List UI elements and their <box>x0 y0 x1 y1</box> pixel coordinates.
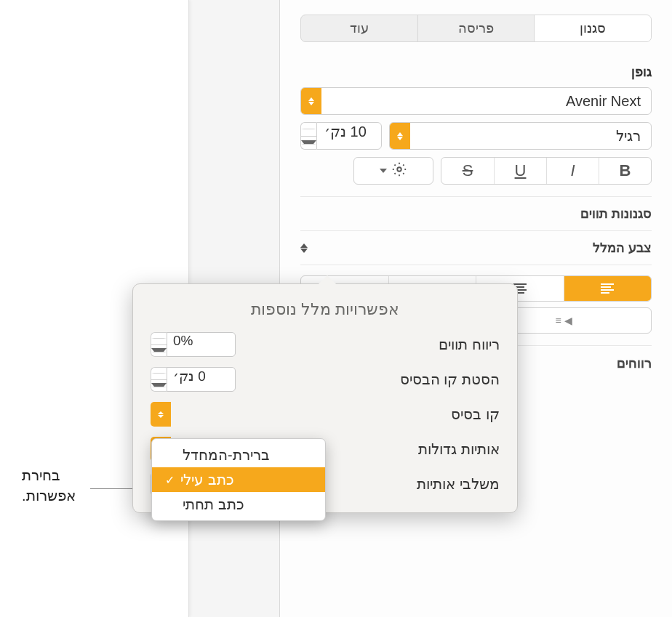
font-section-label: גופן <box>300 64 652 80</box>
baseline-shift-value[interactable]: 0 נק׳ <box>167 367 236 392</box>
text-color-label: צבע המלל <box>593 240 652 256</box>
popover-title: אפשרויות מלל נוספות <box>151 300 500 319</box>
stepper-buttons[interactable] <box>151 367 167 392</box>
popup-arrows-icon <box>301 88 321 114</box>
caps-label: אותיות גדולות <box>418 440 500 458</box>
underline-button[interactable]: U <box>494 158 546 184</box>
font-weight-value: רגיל <box>410 127 651 145</box>
advanced-options-button[interactable] <box>353 157 433 185</box>
strikethrough-button[interactable]: S <box>441 158 494 184</box>
baseline-shift-stepper[interactable]: 0 נק׳ <box>151 367 236 392</box>
font-size-stepper[interactable]: 10 נק׳ <box>300 122 382 150</box>
italic-button[interactable]: I <box>546 158 599 184</box>
align-right-button[interactable] <box>564 276 652 301</box>
char-spacing-stepper[interactable]: 0% <box>151 332 236 357</box>
gear-icon <box>391 161 407 180</box>
tab-more[interactable]: עוד <box>301 15 417 41</box>
sidebar-tabs: סגנון פריסה עוד <box>300 15 652 42</box>
check-icon: ✓ <box>165 473 175 487</box>
bold-button[interactable]: B <box>599 158 651 184</box>
dropdown-item-superscript[interactable]: כתב עילי ✓ <box>152 467 325 492</box>
dropdown-item-subscript[interactable]: כתב תחתי <box>152 492 325 517</box>
character-styles-label: סגנונות תווים <box>580 206 652 222</box>
font-family-popup[interactable]: Avenir Next <box>300 87 652 115</box>
popup-arrows-icon <box>390 123 410 149</box>
updown-icon <box>300 243 308 253</box>
text-style-buttons: B I U S <box>441 157 652 185</box>
baseline-dropdown-menu: ברירת-המחדל כתב עילי ✓ כתב תחתי <box>151 438 326 521</box>
font-family-value: Avenir Next <box>321 93 651 110</box>
tab-layout[interactable]: פריסה <box>417 15 535 41</box>
text-color-row[interactable]: צבע המלל <box>300 230 652 265</box>
character-styles-row[interactable]: סגנונות תווים <box>300 196 652 230</box>
spacing-label: רווחים <box>617 355 652 371</box>
baseline-label: קו בסיס <box>451 406 500 423</box>
stepper-buttons[interactable] <box>300 122 316 150</box>
font-size-value[interactable]: 10 נק׳ <box>316 122 382 150</box>
tab-style[interactable]: סגנון <box>534 15 651 41</box>
chevron-down-icon <box>380 169 387 173</box>
svg-point-0 <box>397 167 401 172</box>
char-spacing-value[interactable]: 0% <box>167 332 236 357</box>
dropdown-item-default[interactable]: ברירת-המחדל <box>152 443 325 467</box>
baseline-shift-label: הסטת קו הבסיס <box>400 371 500 388</box>
char-spacing-label: ריווח תווים <box>439 336 500 353</box>
font-weight-popup[interactable]: רגיל <box>389 122 652 150</box>
baseline-popup-partial[interactable] <box>151 402 171 427</box>
stepper-buttons[interactable] <box>151 332 167 357</box>
callout-text: בחירת אפשרות. <box>22 465 76 506</box>
ligatures-label: משלבי אותיות <box>417 475 500 493</box>
